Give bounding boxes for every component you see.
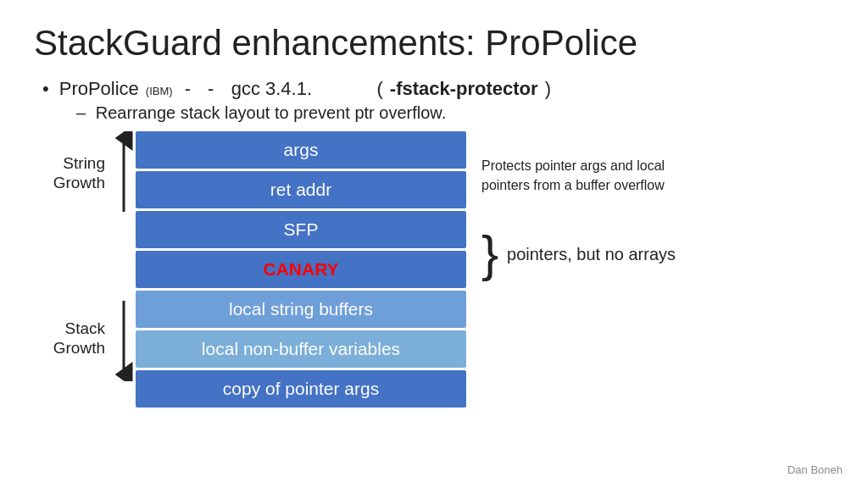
- title-part1: StackGuard enhancements:: [34, 23, 476, 63]
- row-local-string: local string buffers: [136, 291, 466, 328]
- arrow-down-icon: [112, 297, 136, 381]
- stack-diagram: args ret addr SFP CANARY local string bu…: [136, 131, 466, 408]
- protect-text: Protects pointer args and localpointers …: [481, 157, 727, 195]
- stack-growth-text: StackGrowth: [53, 319, 105, 358]
- author-label: Dan Boneh: [787, 463, 843, 476]
- brace-icon: }: [481, 229, 498, 280]
- stack-growth-wrap: StackGrowth: [53, 297, 136, 381]
- gcc-label: gcc 3.4.1.: [231, 78, 312, 100]
- pointers-text: pointers, but no arrays: [507, 244, 676, 264]
- slide-title: StackGuard enhancements: ProPolice: [34, 24, 834, 63]
- string-growth-text: StringGrowth: [53, 154, 105, 193]
- sub-text: Rearrange stack layout to prevent ptr ov…: [96, 103, 447, 122]
- title-part2: ProPolice: [485, 23, 637, 63]
- dash-label: -: [185, 78, 191, 100]
- propolice-label: ProPolice: [59, 78, 139, 100]
- slide: StackGuard enhancements: ProPolice • Pro…: [0, 0, 868, 488]
- spacer: [334, 78, 354, 100]
- fstack-paren-close: ): [545, 78, 551, 100]
- row-canary: CANARY: [136, 251, 466, 288]
- sub-dash: –: [76, 103, 86, 122]
- arrow-up-icon: [112, 131, 136, 216]
- string-growth-wrap: StringGrowth: [53, 131, 136, 216]
- dash-sep: -: [203, 78, 225, 100]
- row-copy-pointer: copy of pointer args: [136, 370, 466, 408]
- fstack-label: -fstack-protector: [390, 78, 538, 100]
- bullet-dot: •: [42, 78, 49, 100]
- row-local-nonbuf: local non-buffer variables: [136, 330, 466, 368]
- right-area: Protects pointer args and localpointers …: [481, 131, 727, 280]
- ibm-label: (IBM): [146, 85, 173, 97]
- sub-bullet: – Rearrange stack layout to prevent ptr …: [76, 103, 834, 123]
- bullet-section: • ProPolice (IBM) - - gcc 3.4.1. (-fstac…: [42, 78, 834, 123]
- pointers-section: } pointers, but no arrays: [481, 229, 727, 280]
- diagram-area: StringGrowth StackGrowth: [34, 131, 834, 408]
- bullet-main: • ProPolice (IBM) - - gcc 3.4.1. (-fstac…: [42, 78, 834, 100]
- row-args: args: [136, 131, 466, 169]
- row-ret-addr: ret addr: [136, 171, 466, 208]
- left-labels: StringGrowth StackGrowth: [34, 131, 136, 381]
- row-sfp: SFP: [136, 211, 466, 248]
- fstack-paren-open: (: [376, 78, 382, 100]
